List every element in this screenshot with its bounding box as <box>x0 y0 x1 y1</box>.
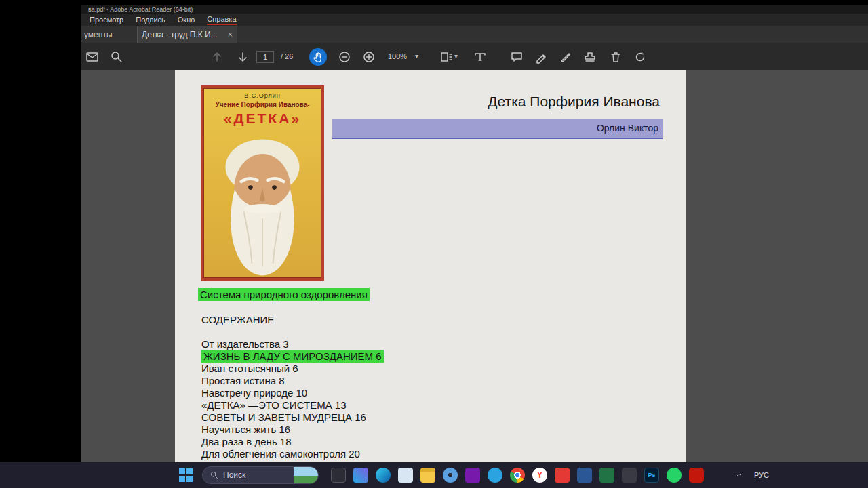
search-magnifier-icon[interactable] <box>110 50 123 64</box>
taskbar-icon-acrobat[interactable] <box>689 468 704 483</box>
toc-item-text: Навстречу природе 10 <box>201 387 307 399</box>
toc-item: «ДЕТКА» —ЭТО СИСТЕМА 13 <box>201 399 384 411</box>
previous-page-icon[interactable] <box>210 50 224 64</box>
toc-item-text: СОВЕТЫ И ЗАВЕТЫ МУДРЕЦА 16 <box>201 411 366 423</box>
search-weather-thumbnail[interactable] <box>294 466 318 484</box>
hand-tool-button[interactable] <box>309 48 327 66</box>
taskbar-icon-edge[interactable] <box>376 468 391 483</box>
tab-active-document[interactable]: Детка - труд П.К И... × <box>137 26 237 43</box>
document-viewport[interactable]: В.С.Орлин Учение Порфирия Иванова- «ДЕТК… <box>81 70 868 462</box>
window-titlebar: ва.pdf - Adobe Acrobat Reader (64-bit) <box>81 5 868 14</box>
language-indicator[interactable]: РУС <box>754 471 769 479</box>
zoom-out-icon[interactable] <box>338 50 351 64</box>
zoom-in-icon[interactable] <box>362 50 376 64</box>
toc-item: Простая истина 8 <box>201 375 384 387</box>
taskbar-icon-mail[interactable] <box>398 468 413 483</box>
system-tray: РУС <box>735 462 769 488</box>
page-count-label: / 26 <box>281 52 293 60</box>
page-number-input[interactable]: 1 <box>256 51 274 63</box>
toc-list: От издательства 3ЖИЗНЬ В ЛАДУ С МИРОЗДАН… <box>201 338 384 460</box>
zoom-dropdown-caret-icon[interactable]: ▾ <box>415 52 418 60</box>
menu-view[interactable]: Просмотр <box>90 16 123 24</box>
page-fit-icon[interactable] <box>439 50 453 64</box>
taskbar-icon-whatsapp[interactable] <box>667 468 682 483</box>
tab-bar: ументы Детка - труд П.К И... × <box>81 26 868 43</box>
toc-item-text: Научиться жить 16 <box>201 424 290 435</box>
taskbar-icon-photoshop[interactable]: Ps <box>644 468 659 483</box>
page-fit-caret-icon[interactable]: ▾ <box>454 52 458 60</box>
menu-window[interactable]: Окно <box>178 16 195 24</box>
taskbar-icon-darkapp[interactable] <box>622 468 637 483</box>
cover-series: Учение Порфирия Иванова- <box>203 101 321 108</box>
tab-documents[interactable]: ументы <box>81 26 129 43</box>
document-heading: Детка Порфирия Иванова <box>488 94 660 110</box>
stamp-icon[interactable] <box>583 50 597 64</box>
toc-item: Два раза в день 18 <box>201 436 384 448</box>
toc-item: От издательства 3 <box>201 338 384 350</box>
toc-item-text: Два раза в день 18 <box>201 436 292 447</box>
taskbar-icon-chrome[interactable] <box>510 468 525 483</box>
taskbar-icon-folder[interactable] <box>420 468 435 483</box>
author-highlight-bar: Орлин Виктор <box>332 119 663 139</box>
toc-item: ЖИЗНЬ В ЛАДУ С МИРОЗДАНИЕМ 6 <box>201 350 384 363</box>
next-page-icon[interactable] <box>236 50 250 64</box>
window-title: ва.pdf - Adobe Acrobat Reader (64-bit) <box>88 6 193 13</box>
cover-portrait <box>203 126 321 278</box>
taskbar-icon-settings[interactable] <box>443 468 458 483</box>
toc-item: СОВЕТЫ И ЗАВЕТЫ МУДРЕЦА 16 <box>201 411 384 424</box>
taskbar-icon-photos[interactable] <box>353 468 368 483</box>
taskbar-icon-taskview[interactable] <box>331 468 346 483</box>
tab-close-icon[interactable]: × <box>227 26 233 43</box>
toc-item: Научиться жить 16 <box>201 424 384 436</box>
toc-item-text: От издательства 3 <box>201 338 289 350</box>
toc-item: Навстречу природе 10 <box>201 387 384 399</box>
rotate-icon[interactable] <box>633 50 647 64</box>
toc-item-text: ЖИЗНЬ В ЛАДУ С МИРОЗДАНИЕМ 6 <box>201 350 384 363</box>
tab-documents-label: ументы <box>84 30 113 39</box>
taskbar-icon-word[interactable] <box>577 468 592 483</box>
toc-item-text: «ДЕТКА» —ЭТО СИСТЕМА 13 <box>201 399 347 411</box>
pdf-page: В.С.Орлин Учение Порфирия Иванова- «ДЕТК… <box>175 70 686 462</box>
contents-heading: СОДЕРЖАНИЕ <box>201 314 274 325</box>
email-icon[interactable] <box>85 50 99 64</box>
start-button[interactable] <box>179 468 193 482</box>
highlighted-subtitle: Система природного оздоровления <box>198 288 370 301</box>
tray-chevron-up-icon[interactable] <box>735 471 743 479</box>
book-cover: В.С.Орлин Учение Порфирия Иванова- «ДЕТК… <box>201 85 324 281</box>
toc-item-text: Простая истина 8 <box>201 375 285 386</box>
screen: ва.pdf - Adobe Acrobat Reader (64-bit) П… <box>0 0 868 488</box>
hand-icon <box>312 51 324 63</box>
toc-item: Для облегчения самоконтроля 20 <box>201 448 384 460</box>
zoom-level-value[interactable]: 100% <box>388 52 407 60</box>
taskbar-icon-redapp[interactable] <box>555 468 570 483</box>
author-name: Орлин Виктор <box>597 123 658 134</box>
reading-width-icon[interactable] <box>473 50 487 64</box>
taskbar-icon-telegram[interactable] <box>488 468 502 483</box>
menu-bar: Просмотр Подпись Окно Справка <box>81 14 868 26</box>
toc-item: Иван стотысячный 6 <box>201 363 384 375</box>
taskbar-icon-excel[interactable] <box>599 468 614 483</box>
toolbar: 1 / 26 100% ▾ ▾ <box>81 43 868 70</box>
taskbar-icons: YPs <box>331 468 704 483</box>
taskbar-search-label: Поиск <box>223 470 294 480</box>
taskbar-search-icon <box>210 471 218 479</box>
menu-sign[interactable]: Подпись <box>136 16 165 24</box>
fill-sign-icon[interactable] <box>559 50 572 64</box>
taskbar: Поиск YPs РУС <box>0 462 868 488</box>
taskbar-icon-onenote[interactable] <box>465 468 480 483</box>
cover-author: В.С.Орлин <box>203 92 321 99</box>
subtitle-row: Система природного оздоровления <box>198 289 370 300</box>
toc-item-text: Иван стотысячный 6 <box>201 363 298 374</box>
cover-title: «ДЕТКА» <box>203 110 321 127</box>
delete-icon[interactable] <box>609 50 623 64</box>
menu-help[interactable]: Справка <box>207 15 236 25</box>
tab-active-label: Детка - труд П.К И... <box>142 26 218 43</box>
toc-item-text: Для облегчения самоконтроля 20 <box>201 448 360 460</box>
highlighter-icon[interactable] <box>534 50 548 64</box>
comment-icon[interactable] <box>510 50 524 64</box>
taskbar-search[interactable]: Поиск <box>202 466 319 484</box>
taskbar-icon-yandex[interactable]: Y <box>532 468 547 483</box>
